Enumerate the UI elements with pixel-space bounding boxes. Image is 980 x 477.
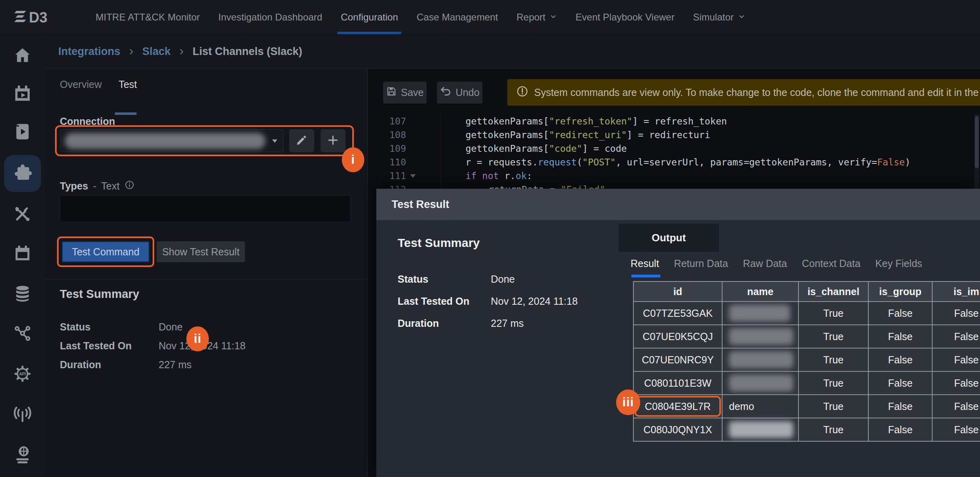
code-token: r = requests. — [466, 157, 538, 167]
modal-test-summary-rows: StatusDoneLast Tested OnNov 12, 2024 11:… — [398, 268, 606, 334]
sidebar-item-playbook-book[interactable] — [0, 114, 45, 151]
fold-collapse-icon[interactable] — [410, 174, 416, 178]
d3-logo[interactable]: D3 — [14, 0, 55, 34]
column-header-is-group: is_group — [869, 282, 933, 302]
divider — [45, 279, 368, 279]
code-text: if not r.ok: — [420, 171, 532, 181]
nav-item-label: Configuration — [341, 12, 398, 23]
test-result-modal: Test Result Test Summary StatusDoneLast … — [376, 189, 980, 477]
code-token: not — [482, 171, 499, 181]
breadcrumb-integrations[interactable]: Integrations — [58, 45, 120, 58]
code-line-108: 108gettokenParams["redirect_uri"] = redi… — [368, 128, 980, 142]
cell-is-group: False — [869, 349, 933, 372]
breadcrumb-list-channels-slack: List Channels (Slack) — [192, 45, 302, 58]
scrollbar-thumb[interactable] — [975, 116, 979, 168]
name-value-redacted — [729, 375, 793, 391]
pencil-icon — [296, 134, 308, 148]
result-tab-raw-data[interactable]: Raw Data — [743, 258, 787, 273]
nav-item-label: Investigation Dashboard — [218, 12, 323, 23]
nav-item-report[interactable]: Report — [517, 0, 557, 34]
web-globe-icon — [13, 446, 32, 467]
nav-item-label: Report — [517, 12, 545, 23]
add-connection-button[interactable] — [321, 129, 345, 152]
column-header-id: id — [634, 282, 723, 302]
sidebar-item-utility-tools[interactable] — [0, 196, 45, 233]
nav-item-case-management[interactable]: Case Management — [416, 0, 498, 34]
code-token: "refresh_token" — [549, 116, 633, 126]
nav-item-simulator[interactable]: Simulator — [693, 0, 745, 34]
save-label: Save — [401, 87, 424, 98]
undo-button[interactable]: Undo — [437, 82, 482, 104]
breadcrumb-separator-icon: › — [129, 44, 134, 59]
sidebar-item-broadcast-antenna[interactable] — [0, 396, 45, 433]
line-number: 109 — [368, 143, 406, 154]
edit-connection-button[interactable] — [289, 129, 314, 152]
fold-slot — [406, 174, 420, 178]
summary-label: Status — [398, 273, 491, 285]
sidebar-item-web-globe[interactable] — [0, 438, 45, 475]
cell-is-im: False — [933, 418, 980, 442]
chevron-down-icon — [738, 12, 745, 23]
sidebar-item-calendar[interactable] — [0, 236, 45, 273]
nav-item-label: MITRE ATT&CK Monitor — [96, 12, 200, 23]
top-nav-items: MITRE ATT&CK MonitorInvestigation Dashbo… — [96, 0, 745, 34]
types-field-label: Types - Text — [60, 180, 135, 192]
code-token: gettokenParams[ — [466, 116, 549, 126]
sidebar-item-database[interactable] — [0, 276, 45, 313]
nav-item-investigation-dashboard[interactable]: Investigation Dashboard — [218, 0, 323, 34]
types-input[interactable] — [60, 196, 351, 222]
cell-is-channel: True — [799, 418, 869, 442]
result-tab-context-data[interactable]: Context Data — [802, 258, 860, 273]
annotation-badge-i: i — [342, 147, 364, 172]
summary-row-status: StatusDone — [398, 268, 606, 290]
nav-item-mitre-att-ck-monitor[interactable]: MITRE ATT&CK Monitor — [96, 0, 200, 34]
breadcrumb-slack[interactable]: Slack — [142, 45, 171, 58]
result-tabs: ResultReturn DataRaw DataContext DataKey… — [631, 258, 922, 273]
cell-is-im: False — [933, 395, 980, 418]
breadcrumb-separator-icon: › — [180, 44, 184, 59]
sidebar: API — [0, 35, 45, 477]
sidebar-item-playbook-calendar[interactable] — [0, 76, 45, 113]
name-value-redacted — [729, 351, 793, 368]
tab-overview[interactable]: Overview — [60, 79, 102, 90]
code-token: : — [527, 171, 532, 181]
breadcrumb: Integrations›Slack›List Channels (Slack) — [45, 35, 980, 69]
sidebar-item-api-gear[interactable]: API — [0, 356, 45, 393]
cell-is-group: False — [869, 395, 933, 418]
sidebar-item-network-nodes[interactable] — [0, 316, 45, 353]
cell-id: C07TZE53GAK — [634, 302, 723, 325]
modal-body: Test Summary StatusDoneLast Tested OnNov… — [376, 220, 980, 477]
cell-is-channel: True — [799, 395, 869, 418]
panel-tabs: Overview Test — [60, 79, 137, 90]
name-value-redacted — [729, 421, 793, 438]
cell-id: C0804E39L7R — [634, 395, 723, 418]
code-line-111: 111if not r.ok: — [368, 169, 980, 183]
nav-item-event-playbook-viewer[interactable]: Event Playbook Viewer — [576, 0, 674, 34]
playbook-calendar-icon — [13, 84, 32, 105]
column-header-is-im: is_im — [933, 282, 980, 302]
connection-select[interactable] — [60, 129, 284, 152]
sidebar-item-integrations-puzzle[interactable] — [0, 155, 45, 192]
result-tab-return-data[interactable]: Return Data — [674, 258, 728, 273]
code-token: request — [538, 157, 577, 167]
nav-item-configuration[interactable]: Configuration — [341, 0, 398, 34]
cell-name — [723, 302, 799, 325]
cell-name — [723, 349, 799, 372]
broadcast-antenna-icon — [13, 404, 32, 425]
test-command-button[interactable]: Test Command — [62, 241, 149, 262]
calendar-icon — [13, 244, 32, 264]
editor-toolbar: Save Undo System commands are view only.… — [368, 69, 980, 114]
sidebar-item-home[interactable] — [0, 38, 45, 75]
result-tab-result[interactable]: Result — [631, 258, 659, 273]
tab-output[interactable]: Output — [619, 224, 719, 252]
code-token: r. — [499, 171, 516, 181]
result-tab-key-fields[interactable]: Key Fields — [875, 258, 922, 273]
tab-test[interactable]: Test — [118, 79, 137, 90]
svg-text:D3: D3 — [29, 9, 47, 26]
show-test-result-button[interactable]: Show Test Result — [157, 241, 245, 262]
cell-is-channel: True — [799, 349, 869, 372]
line-number: 111 — [368, 171, 406, 181]
save-button[interactable]: Save — [383, 82, 427, 104]
summary-label: Duration — [60, 359, 159, 371]
network-nodes-icon — [13, 324, 32, 344]
